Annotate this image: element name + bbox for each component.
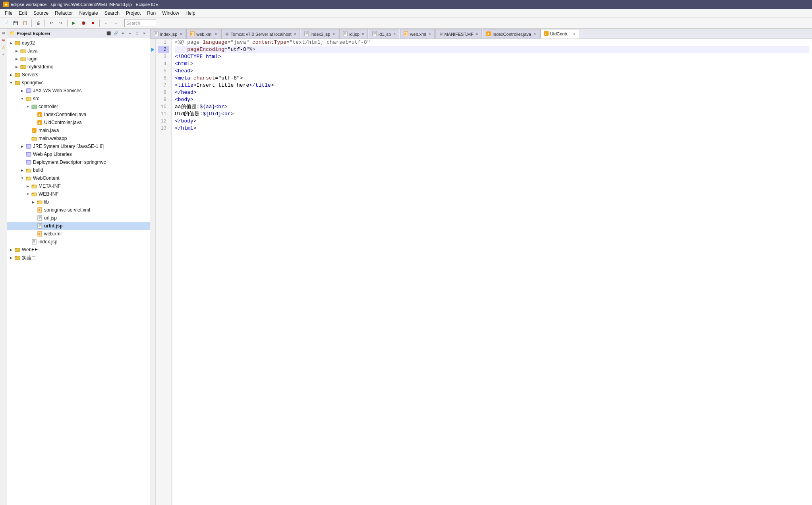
tab-close-web-xml2-tab[interactable]: × — [429, 32, 431, 36]
editor-tab-web-xml-tab[interactable]: Xweb.xml× — [186, 29, 220, 39]
redo-button[interactable]: ↪ — [56, 19, 65, 27]
tab-close-index-jsp-tab[interactable]: × — [180, 32, 182, 36]
sidebar-item-deployment-desc[interactable]: Deployment Descriptor: springmvc — [7, 158, 150, 166]
warning-icon[interactable]: ⚠ — [1, 45, 6, 50]
editor-tab-tomcat-tab[interactable]: 🖥Tomcat v7.0 Server at localhost× — [221, 29, 300, 39]
sidebar-item-java[interactable]: ▶Java — [7, 47, 150, 55]
editor-tab-id-jsp-tab[interactable]: id.jsp× — [339, 29, 368, 39]
code-line-7[interactable]: <title>Insert title here</title> — [175, 82, 809, 89]
sidebar-item-build[interactable]: ▶build — [7, 166, 150, 174]
tree-arrow-main-java — [25, 128, 30, 133]
editor-tab-web-xml2-tab[interactable]: Xweb.xml× — [400, 29, 434, 39]
undo-button[interactable]: ↩ — [47, 19, 56, 27]
editor-tab-index-jsp-tab[interactable]: index.jsp× — [150, 29, 186, 39]
back-button[interactable]: ← — [102, 19, 110, 27]
save-button[interactable]: 💾 — [11, 19, 20, 27]
sidebar-item-springmvc[interactable]: ▼springmvc — [7, 79, 150, 87]
sidebar-item-springmvc-servlet[interactable]: Xspringmvc-servlet.xml — [7, 206, 150, 214]
code-line-2[interactable]: pageEncoding="utf-8"%> — [175, 46, 809, 53]
code-line-10[interactable]: aa的值是:${aa}<br> — [175, 103, 809, 111]
tree-icon-login — [20, 56, 26, 62]
code-lines[interactable]: <%@ page language="java" contentType="te… — [172, 39, 812, 505]
sidebar-maximize-button[interactable]: □ — [134, 30, 140, 37]
perspective-icon[interactable]: ⊞ — [1, 30, 6, 36]
sidebar-item-lib[interactable]: ▶lib — [7, 198, 150, 206]
tree-label-login: login — [27, 56, 37, 62]
menu-item-edit[interactable]: Edit — [15, 10, 30, 17]
sidebar-item-uidcontroller[interactable]: JUidController.java — [7, 118, 150, 126]
code-line-6[interactable]: <meta charset="utf-8"> — [175, 75, 809, 82]
code-line-13[interactable]: </html> — [175, 125, 809, 132]
save-all-button[interactable]: 📋 — [21, 19, 29, 27]
sidebar-item-index-jsp[interactable]: index.jsp — [7, 238, 150, 246]
editor-tab-urlid-jsp-tab[interactable]: JUidContr...× — [540, 29, 579, 39]
menu-item-help[interactable]: Help — [182, 10, 199, 17]
code-editor[interactable]: 12345678910111213 <%@ page language="jav… — [150, 39, 812, 505]
sidebar-item-controller[interactable]: ▼controller — [7, 103, 150, 111]
sidebar-item-myfirstdemo[interactable]: ▶myfirstdemo — [7, 63, 150, 71]
sidebar-item-jre-system[interactable]: ▶JRE System Library [JavaSE-1.8] — [7, 142, 150, 150]
sidebar-item-experiment2[interactable]: ▶实验二 — [7, 254, 150, 262]
sidebar-item-web-inf[interactable]: ▼WEB-INF — [7, 190, 150, 198]
tasks-icon[interactable]: ✓ — [1, 52, 6, 57]
tab-close-indexcontroller-tab[interactable]: × — [534, 32, 536, 36]
sidebar-minimize-button[interactable]: − — [127, 30, 133, 37]
sidebar-item-url-jsp[interactable]: url.jsp — [7, 214, 150, 222]
editor-tab-index2-jsp-tab[interactable]: index2.jsp× — [301, 29, 338, 39]
sidebar-item-login[interactable]: ▶login — [7, 55, 150, 63]
editor-tab-id1-jsp-tab[interactable]: id1.jsp× — [369, 29, 400, 39]
menu-item-source[interactable]: Source — [30, 10, 52, 17]
tab-close-index2-jsp-tab[interactable]: × — [333, 32, 335, 36]
tab-close-web-xml-tab[interactable]: × — [215, 32, 217, 36]
code-line-5[interactable]: <head> — [175, 68, 809, 75]
sidebar-item-webee[interactable]: ▶WebEE — [7, 246, 150, 254]
tab-close-id1-jsp-tab[interactable]: × — [393, 32, 396, 36]
tab-close-urlid-jsp-tab[interactable]: × — [573, 32, 576, 36]
sidebar-item-webcontent[interactable]: ▼WebContent — [7, 174, 150, 182]
menu-item-project[interactable]: Project — [123, 10, 144, 17]
tab-close-tomcat-tab[interactable]: × — [294, 32, 296, 36]
code-line-9[interactable]: <body> — [175, 96, 809, 103]
tab-close-id-jsp-tab[interactable]: × — [362, 32, 364, 36]
code-line-11[interactable]: Uid的值是:${Uid}<br> — [175, 111, 809, 118]
debug-button[interactable]: 🐞 — [79, 19, 88, 27]
sidebar-close-button[interactable]: × — [141, 30, 147, 37]
menu-item-refactor[interactable]: Refactor — [52, 10, 76, 17]
menu-item-navigate[interactable]: Navigate — [76, 10, 101, 17]
menu-item-file[interactable]: File — [2, 10, 15, 17]
run-button[interactable]: ▶ — [70, 19, 78, 27]
sidebar-item-servers[interactable]: ▶Servers — [7, 71, 150, 79]
menu-item-run[interactable]: Run — [144, 10, 159, 17]
code-line-8[interactable]: </head> — [175, 89, 809, 96]
problems-icon[interactable]: ⊗ — [1, 37, 6, 43]
sidebar-item-web-app-libs[interactable]: Web App Libraries — [7, 150, 150, 158]
sidebar-menu-button[interactable]: ▾ — [120, 30, 126, 37]
code-line-4[interactable]: <html> — [175, 60, 809, 68]
editor-tab-manifest-tab[interactable]: 🖥MANIFEST.MF× — [435, 29, 482, 39]
sidebar-item-main-webapp[interactable]: main.webapp — [7, 134, 150, 142]
code-line-12[interactable]: </body> — [175, 118, 809, 125]
code-line-3[interactable]: <!DOCTYPE html> — [175, 53, 809, 60]
stop-button[interactable]: ■ — [89, 19, 97, 27]
menu-item-window[interactable]: Window — [159, 10, 182, 17]
sidebar-item-day02[interactable]: ▶day02 — [7, 39, 150, 47]
tab-close-manifest-tab[interactable]: × — [476, 32, 478, 36]
link-editor-button[interactable]: 🔗 — [112, 30, 119, 37]
tree-icon-deployment-desc — [25, 159, 32, 165]
tree-label-controller: controller — [39, 104, 58, 109]
sidebar-item-web-xml[interactable]: Xweb.xml — [7, 230, 150, 238]
code-line-1[interactable]: <%@ page language="java" contentType="te… — [175, 39, 809, 46]
sidebar-item-indexcontroller[interactable]: JIndexController.java — [7, 111, 150, 118]
editor-tab-indexcontroller-tab[interactable]: JIndexController.java× — [483, 29, 539, 39]
forward-button[interactable]: → — [111, 19, 120, 27]
sidebar-item-main-java[interactable]: Jmain.java — [7, 126, 150, 134]
sidebar-item-meta-inf[interactable]: ▶META-INF — [7, 182, 150, 190]
print-button[interactable]: 🖨 — [34, 19, 43, 27]
sidebar-item-src[interactable]: ▼src — [7, 95, 150, 103]
menu-item-search[interactable]: Search — [101, 10, 123, 17]
collapse-all-button[interactable]: ⬛ — [105, 30, 112, 37]
sidebar-item-urlid-jsp[interactable]: urlid.jsp — [7, 222, 150, 230]
new-button[interactable]: 📄 — [2, 19, 10, 27]
search-input[interactable]: Search — [124, 19, 156, 27]
sidebar-item-jax-ws[interactable]: ▶JAX-WS Web Services — [7, 87, 150, 95]
